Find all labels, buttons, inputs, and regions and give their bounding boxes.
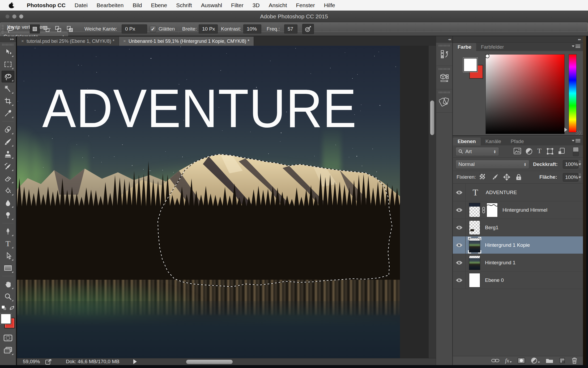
- layer-style-button[interactable]: fx: [505, 357, 512, 364]
- vertical-scrollbar[interactable]: [428, 46, 436, 358]
- rectangle-shape-tool[interactable]: [2, 262, 14, 274]
- default-swap-colors[interactable]: [1, 305, 15, 311]
- type-tool[interactable]: T: [2, 238, 14, 249]
- brush-tool[interactable]: [2, 136, 14, 148]
- layer-thumbnail[interactable]: [469, 256, 480, 270]
- close-tab-icon[interactable]: ×: [21, 39, 24, 44]
- menu-datei[interactable]: Datei: [70, 0, 92, 11]
- layer-filter-toggle[interactable]: [573, 147, 579, 156]
- link-layers-button[interactable]: [491, 358, 499, 363]
- menu-filter[interactable]: Filter: [227, 0, 248, 11]
- selection-add-button[interactable]: [41, 24, 52, 34]
- add-layer-mask-button[interactable]: [518, 358, 525, 363]
- visibility-toggle[interactable]: [453, 184, 466, 201]
- vertical-scrollbar-thumb[interactable]: [430, 101, 434, 135]
- visibility-toggle[interactable]: [453, 236, 466, 254]
- lock-position-icon[interactable]: [503, 174, 510, 181]
- libraries-panel-button[interactable]: [436, 89, 452, 113]
- layer-row-berg1[interactable]: Berg1: [453, 219, 583, 236]
- new-adjustment-layer-button[interactable]: [531, 357, 540, 364]
- history-panel-button[interactable]: [436, 43, 452, 66]
- document-tab-unbenannt[interactable]: × Unbenannt-1 bei 59,1% (Hintergrund 1 K…: [119, 37, 254, 46]
- contrast-input[interactable]: 10%: [243, 24, 261, 34]
- selection-subtract-button[interactable]: [53, 24, 63, 34]
- filter-smart-objects-icon[interactable]: [558, 148, 565, 155]
- layer-filter-type-select[interactable]: Art ▲▼: [455, 147, 499, 156]
- layer-thumbnail[interactable]: [469, 220, 480, 235]
- menu-hilfe[interactable]: Hilfe: [319, 0, 340, 11]
- blend-mode-select[interactable]: Normal ▲▼: [455, 160, 529, 169]
- width-input[interactable]: 10 Px: [199, 24, 218, 34]
- selection-intersect-button[interactable]: [65, 24, 75, 34]
- tab-farbfelder[interactable]: Farbfelder: [476, 43, 509, 51]
- paint-bucket-tool[interactable]: [2, 185, 14, 196]
- layer-thumbnail[interactable]: [469, 238, 480, 252]
- dock-collapse-button[interactable]: ◂◂: [436, 36, 452, 43]
- dodge-tool[interactable]: [2, 209, 14, 221]
- layer-thumbnail[interactable]: [469, 273, 480, 287]
- menu-auswahl[interactable]: Auswahl: [197, 0, 227, 11]
- menu-ansicht[interactable]: Ansicht: [264, 0, 292, 11]
- menu-photoshop[interactable]: Photoshop CC: [22, 0, 70, 11]
- color-field-marker[interactable]: [485, 54, 489, 58]
- tab-pfade[interactable]: Pfade: [506, 137, 529, 145]
- document-tab-tutorial[interactable]: × tutorial.psd bei 25% (Ebene 1, CMYK/8)…: [17, 37, 119, 46]
- tab-kanaele[interactable]: Kanäle: [481, 137, 506, 145]
- clone-stamp-tool[interactable]: [2, 148, 14, 160]
- fill-field[interactable]: 100%: [563, 173, 578, 182]
- eyedropper-tool[interactable]: [2, 107, 14, 119]
- pen-tool[interactable]: [2, 225, 14, 237]
- tablet-pressure-button[interactable]: [302, 24, 314, 34]
- panel-resize-grip[interactable]: [576, 130, 581, 135]
- layer-row-hintergrund-1-kopie[interactable]: Hintergrund 1 Kopie: [453, 236, 583, 254]
- crop-tool[interactable]: [2, 95, 14, 107]
- selection-new-button[interactable]: [30, 24, 40, 34]
- tab-farbe[interactable]: Farbe: [453, 43, 476, 51]
- visibility-toggle[interactable]: [453, 201, 466, 219]
- menu-bild[interactable]: Bild: [128, 0, 146, 11]
- close-tab-icon[interactable]: ×: [123, 39, 126, 44]
- quick-mask-button[interactable]: [2, 332, 14, 344]
- menu-fenster[interactable]: Fenster: [292, 0, 319, 11]
- filter-adjustment-layers-icon[interactable]: [525, 148, 533, 155]
- magic-wand-tool[interactable]: [2, 83, 14, 95]
- mask-link-icon[interactable]: [481, 207, 486, 214]
- menu-3d[interactable]: 3D: [248, 0, 264, 11]
- color-panel-menu-icon[interactable]: [572, 45, 580, 48]
- layer-row-adventure[interactable]: T ADVENTURE: [453, 184, 583, 201]
- new-group-button[interactable]: [546, 358, 553, 363]
- zoom-tool[interactable]: [2, 291, 14, 302]
- layers-panel-menu-icon[interactable]: [572, 139, 580, 142]
- filter-type-layers-icon[interactable]: T: [537, 147, 542, 155]
- tab-ebenen[interactable]: Ebenen: [453, 137, 481, 145]
- saturation-brightness-field[interactable]: [485, 54, 565, 134]
- delete-layer-button[interactable]: [571, 357, 578, 364]
- feather-input[interactable]: 0 Px: [122, 24, 147, 34]
- layer-thumbnail[interactable]: [469, 203, 480, 217]
- canvas-image[interactable]: ADVENTURE: [17, 46, 400, 358]
- share-icon[interactable]: [45, 359, 52, 365]
- rectangular-marquee-tool[interactable]: [2, 58, 14, 70]
- tool-preset-picker[interactable]: ▼: [6, 22, 19, 36]
- foreground-color-swatch[interactable]: [1, 313, 11, 324]
- menu-bearbeiten[interactable]: Bearbeiten: [92, 0, 128, 11]
- menu-schrift[interactable]: Schrift: [172, 0, 197, 11]
- properties-panel-button[interactable]: [436, 66, 452, 89]
- visibility-toggle[interactable]: [453, 219, 466, 236]
- antialias-checkbox[interactable]: ✓: [150, 26, 156, 32]
- eraser-tool[interactable]: [2, 173, 14, 184]
- toolbar-collapse-button[interactable]: ▸▸: [0, 36, 16, 42]
- lock-pixels-icon[interactable]: [492, 174, 498, 181]
- layer-row-hintergrund-himmel[interactable]: Hintergrund Himmel: [453, 201, 583, 219]
- menu-ebene[interactable]: Ebene: [146, 0, 172, 11]
- history-brush-tool[interactable]: [2, 160, 14, 172]
- spot-healing-tool[interactable]: [2, 124, 14, 135]
- layer-mask-thumbnail[interactable]: [487, 203, 498, 217]
- new-layer-button[interactable]: [559, 357, 565, 364]
- opacity-field[interactable]: 100%: [563, 160, 578, 169]
- visibility-toggle[interactable]: [453, 254, 466, 271]
- blur-tool[interactable]: [2, 197, 14, 209]
- screen-mode-button[interactable]: [2, 344, 14, 356]
- move-tool[interactable]: [2, 46, 14, 58]
- filter-shape-layers-icon[interactable]: [546, 148, 554, 155]
